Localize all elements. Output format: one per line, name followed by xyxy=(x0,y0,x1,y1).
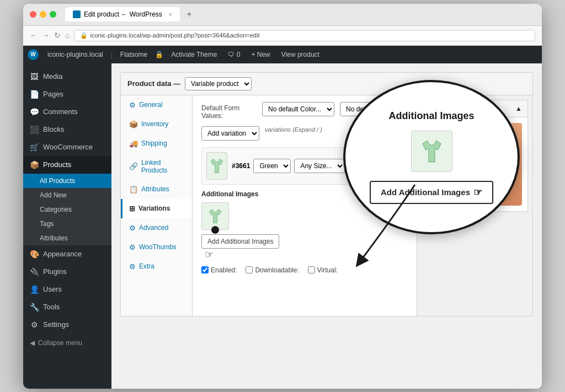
tab-variations[interactable]: ⊞ Variations xyxy=(121,199,192,218)
sidebar-label-pages: Pages xyxy=(43,90,63,98)
zoom-add-images-button[interactable]: Add Additional Images ☞ xyxy=(370,181,493,204)
url-text: iconic-plugins.local/wp-admin/post.php?p… xyxy=(90,32,259,39)
variation-size-select[interactable]: Any Size... xyxy=(294,159,345,173)
sidebar-label-tools: Tools xyxy=(43,303,60,311)
sidebar-item-tools[interactable]: 🔧 Tools xyxy=(23,298,111,316)
sidebar-item-users[interactable]: 👤 Users xyxy=(23,281,111,298)
add-new-label: Add New xyxy=(40,191,67,199)
sidebar-item-blocks[interactable]: ⬛ Blocks xyxy=(23,121,111,138)
sidebar-label-appearance: Appearance xyxy=(43,250,82,258)
image-thumb-1[interactable] xyxy=(201,202,229,230)
plugins-icon: 🔌 xyxy=(30,267,39,276)
sidebar-item-comments[interactable]: 💬 Comments xyxy=(23,103,111,121)
browser-titlebar: Edit product ← WordPress × + xyxy=(23,4,542,26)
variations-tab-icon: ⊞ xyxy=(129,205,135,213)
linked-tab-icon: 🔗 xyxy=(129,162,138,170)
admin-bar-activate[interactable]: Activate Theme xyxy=(167,49,221,61)
admin-bar-comments[interactable]: 🗨 0 xyxy=(223,49,244,61)
zoom-add-label: Add Additional Images xyxy=(381,187,470,197)
tab-close-icon[interactable]: × xyxy=(169,11,172,18)
variation-selects: #3661 Green Any Size... xyxy=(232,159,345,173)
sidebar-label-blocks: Blocks xyxy=(43,125,64,133)
downloadable-checkbox-item: Downloadable: xyxy=(246,266,299,274)
variations-count: variations (Expand / ) xyxy=(265,126,322,133)
wp-admin-bar: W iconic-plugins.local | Flatsome 🔒 Acti… xyxy=(23,46,542,63)
advanced-tab-label: Advanced xyxy=(139,224,168,232)
minimize-button[interactable] xyxy=(40,11,46,18)
sidebar-item-attributes[interactable]: Attributes xyxy=(23,231,111,245)
sidebar-item-all-products[interactable]: All Products xyxy=(23,174,111,188)
collapse-menu[interactable]: ◀ Collapse menu xyxy=(23,334,111,352)
sidebar-item-add-new[interactable]: Add New xyxy=(23,188,111,202)
variation-id: #3661 xyxy=(232,162,250,170)
woocommerce-icon: 🛒 xyxy=(30,143,39,152)
tab-extra[interactable]: ⚙ Extra xyxy=(121,257,192,276)
default-color-select[interactable]: No default Color... xyxy=(262,102,334,116)
variation-color-select[interactable]: Green xyxy=(253,159,291,173)
maximize-button[interactable] xyxy=(50,11,56,18)
address-field[interactable]: 🔒 iconic-plugins.local/wp-admin/post.php… xyxy=(74,30,535,41)
home-button[interactable]: ⌂ xyxy=(65,31,70,40)
downloadable-checkbox[interactable] xyxy=(246,266,253,273)
back-button[interactable]: ← xyxy=(30,31,38,40)
admin-bar-view-product[interactable]: View product xyxy=(277,49,324,61)
cursor-hand-icon: ☞ xyxy=(205,249,214,260)
settings-icon: ⚙ xyxy=(30,320,39,329)
virtual-checkbox[interactable] xyxy=(308,266,315,273)
products-submenu: All Products Add New Categories Tags Att… xyxy=(23,174,111,245)
admin-bar-theme[interactable]: Flatsome xyxy=(116,49,152,61)
sidebar-item-tags[interactable]: Tags xyxy=(23,217,111,231)
sidebar-label-products: Products xyxy=(43,160,71,169)
browser-window: Edit product ← WordPress × + ← → ↻ ⌂ 🔒 i… xyxy=(23,4,542,389)
tab-inventory[interactable]: 📦 Inventory xyxy=(121,115,192,134)
sidebar-label-woocommerce: WooCommerce xyxy=(43,143,93,151)
woothumbs-tab-icon: ⚙ xyxy=(129,243,136,251)
linked-tab-label: Linked Products xyxy=(141,159,185,174)
sidebar-item-pages[interactable]: 📄 Pages xyxy=(23,85,111,103)
new-tab-button[interactable]: + xyxy=(186,9,191,19)
sidebar-item-categories[interactable]: Categories xyxy=(23,202,111,217)
collapse-panel-icon[interactable]: ▲ xyxy=(515,105,522,112)
attributes-tab-label: Attributes xyxy=(141,185,169,193)
sidebar-item-media[interactable]: 🖼 Media xyxy=(23,68,111,85)
enabled-checkbox[interactable] xyxy=(201,266,209,273)
forward-button[interactable]: → xyxy=(42,31,50,40)
wp-logo[interactable]: W xyxy=(28,49,39,60)
variation-tshirt-image xyxy=(207,156,227,176)
variations-tab-label: Variations xyxy=(138,205,170,212)
refresh-button[interactable]: ↻ xyxy=(54,31,61,40)
traffic-lights xyxy=(30,11,56,18)
product-tabs: ⚙ General 📦 Inventory 🚚 Shipping 🔗 xyxy=(121,95,193,316)
collapse-arrow-icon: ◀ xyxy=(30,339,35,347)
address-bar: ← → ↻ ⌂ 🔒 iconic-plugins.local/wp-admin/… xyxy=(23,26,542,46)
tools-icon: 🔧 xyxy=(30,303,39,312)
browser-tab[interactable]: Edit product ← WordPress × xyxy=(65,7,180,22)
tab-title: Edit product ← WordPress xyxy=(84,10,162,18)
tab-attributes[interactable]: 📋 Attributes xyxy=(121,180,192,199)
product-data-label: Product data — xyxy=(127,79,180,88)
add-additional-images-button[interactable]: Add Additional Images xyxy=(201,234,279,249)
sidebar-item-woocommerce[interactable]: 🛒 WooCommerce xyxy=(23,138,111,156)
add-variation-select[interactable]: Add variation xyxy=(201,126,259,141)
media-icon: 🖼 xyxy=(30,72,39,81)
admin-bar-new[interactable]: + New xyxy=(247,49,274,61)
products-icon: 📦 xyxy=(30,160,39,169)
sidebar-item-plugins[interactable]: 🔌 Plugins xyxy=(23,263,111,281)
sidebar-item-appearance[interactable]: 🎨 Appearance xyxy=(23,245,111,263)
tab-shipping[interactable]: 🚚 Shipping xyxy=(121,134,192,153)
downloadable-label: Downloadable: xyxy=(255,266,299,274)
enabled-checkbox-item: Enabled: xyxy=(201,266,237,274)
sidebar-item-products[interactable]: 📦 Products xyxy=(23,156,111,174)
sidebar-label-media: Media xyxy=(43,72,62,80)
sidebar-item-settings[interactable]: ⚙ Settings xyxy=(23,316,111,334)
tab-woothumbs[interactable]: ⚙ WooThumbs xyxy=(121,238,192,257)
zoom-tshirt-image xyxy=(417,136,447,167)
admin-bar-site[interactable]: iconic-plugins.local xyxy=(43,49,108,61)
tab-advanced[interactable]: ⚙ Advanced xyxy=(121,218,192,238)
close-button[interactable] xyxy=(30,11,36,18)
variation-thumbnail[interactable] xyxy=(206,152,227,180)
product-type-select[interactable]: Variable product xyxy=(185,77,252,90)
tab-general[interactable]: ⚙ General xyxy=(121,95,192,115)
tab-linked-products[interactable]: 🔗 Linked Products xyxy=(121,153,192,180)
advanced-tab-icon: ⚙ xyxy=(129,224,136,232)
